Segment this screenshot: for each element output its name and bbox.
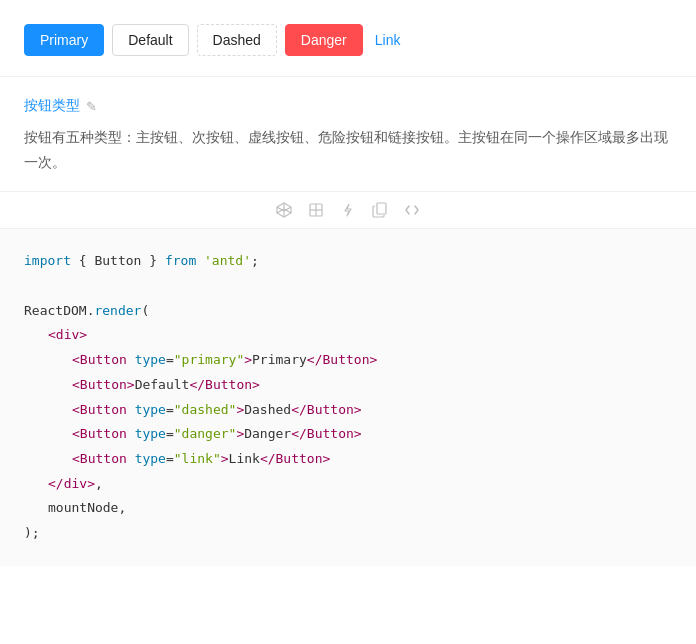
codesandbox-icon[interactable]: [308, 202, 324, 218]
svg-rect-10: [377, 203, 386, 214]
code-line-12: );: [24, 521, 672, 546]
code-line-11: mountNode,: [24, 496, 672, 521]
description-title: 按钮类型 ✎: [24, 97, 672, 115]
code-line-6: <Button>Default</Button>: [24, 373, 672, 398]
toolbar-area: [0, 192, 696, 229]
description-area: 按钮类型 ✎ 按钮有五种类型：主按钮、次按钮、虚线按钮、危险按钮和链接按钮。主按…: [0, 77, 696, 192]
stackblitz-icon[interactable]: [340, 202, 356, 218]
copy-icon[interactable]: [372, 202, 388, 218]
code-block: import { Button } from 'antd'; ReactDOM.…: [24, 249, 672, 545]
code-line-8: <Button type="danger">Danger</Button>: [24, 422, 672, 447]
code-line-3: ReactDOM.render(: [24, 299, 672, 324]
edit-icon[interactable]: ✎: [86, 99, 97, 114]
primary-button[interactable]: Primary: [24, 24, 104, 56]
code-line-9: <Button type="link">Link</Button>: [24, 447, 672, 472]
expand-code-icon[interactable]: [404, 202, 420, 218]
codepen-icon[interactable]: [276, 202, 292, 218]
code-line-4: <div>: [24, 323, 672, 348]
danger-button[interactable]: Danger: [285, 24, 363, 56]
description-text: 按钮有五种类型：主按钮、次按钮、虚线按钮、危险按钮和链接按钮。主按钮在同一个操作…: [24, 125, 672, 175]
code-line-1: import { Button } from 'antd';: [24, 249, 672, 274]
demo-area: Primary Default Dashed Danger Link: [0, 0, 696, 77]
code-area: import { Button } from 'antd'; ReactDOM.…: [0, 229, 696, 565]
main-container: Primary Default Dashed Danger Link 按钮类型 …: [0, 0, 696, 644]
code-line-5: <Button type="primary">Primary</Button>: [24, 348, 672, 373]
code-line-blank: [24, 274, 672, 299]
link-button[interactable]: Link: [371, 24, 405, 56]
code-line-10: </div>,: [24, 472, 672, 497]
title-text: 按钮类型: [24, 97, 80, 115]
default-button[interactable]: Default: [112, 24, 188, 56]
dashed-button[interactable]: Dashed: [197, 24, 277, 56]
code-line-7: <Button type="dashed">Dashed</Button>: [24, 398, 672, 423]
